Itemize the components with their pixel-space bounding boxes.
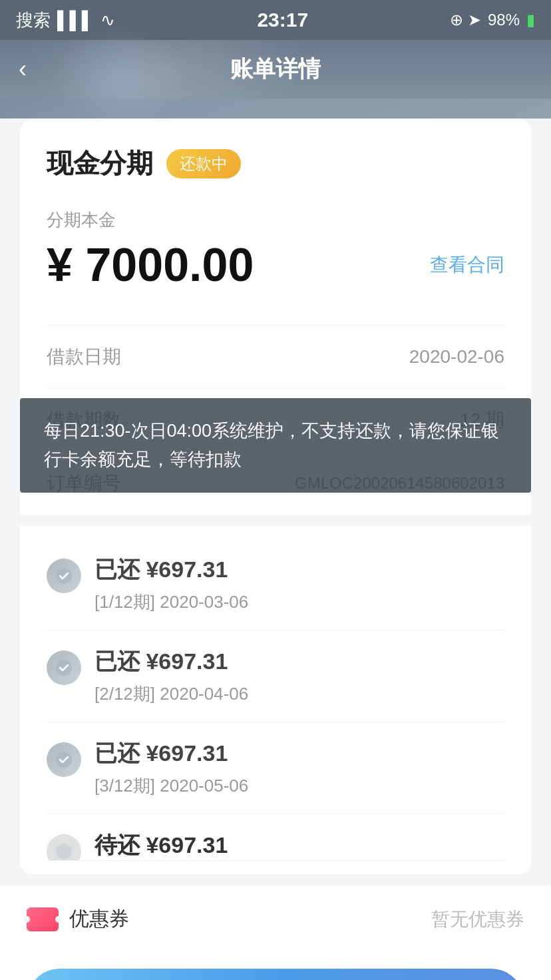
contract-link[interactable]: 查看合同 [430,252,504,278]
repayment-icon-4 [47,834,81,861]
location-icon: ⊕ ➤ [450,11,481,29]
repayment-item-4: 待还 ¥697.31 [47,814,504,861]
main-wrapper: 现金分期 还款中 分期本金 ¥ 7000.00 查看合同 借款日期 2020-0… [0,119,551,980]
repayment-icon-2 [47,650,81,685]
cta-container: 立即还款 [0,953,551,980]
coupon-bar[interactable]: 优惠券 暂无优惠券 [0,885,551,953]
loan-date-label: 借款日期 [47,344,121,369]
repayment-details-1: 已还 ¥697.31 [1/12期] 2020-03-06 [94,555,504,614]
product-type: 现金分期 [47,145,153,182]
maintenance-message: 每日21:30-次日04:00系统维护，不支持还款，请您保证银行卡余额充足，等待… [44,421,499,469]
status-badge: 还款中 [166,149,241,178]
card-header: 现金分期 还款中 [47,145,504,182]
battery-label: 98% [488,11,520,29]
repayment-icon-3 [47,742,81,777]
svg-point-1 [56,660,72,676]
repayment-date-3: [3/12期] 2020-05-06 [94,774,504,798]
info-row-loan-date: 借款日期 2020-02-06 [47,325,504,388]
repayment-details-4: 待还 ¥697.31 [94,830,504,861]
repayment-details-3: 已还 ¥697.31 [3/12期] 2020-05-06 [94,738,504,798]
svg-point-0 [56,568,72,584]
status-left: 搜索 ▌▌▌ ∿ [16,9,115,32]
repayment-item-1: 已还 ¥697.31 [1/12期] 2020-03-06 [47,539,504,630]
repayment-amount-2: 已还 ¥697.31 [94,646,504,677]
carrier-label: 搜索 [16,9,51,32]
wifi-icon: ∿ [100,10,115,31]
repayment-details-2: 已还 ¥697.31 [2/12期] 2020-04-06 [94,646,504,706]
repayment-section: 已还 ¥697.31 [1/12期] 2020-03-06 已还 ¥697.31… [47,525,504,874]
repayment-amount-4: 待还 ¥697.31 [94,830,504,861]
repayment-date-1: [1/12期] 2020-03-06 [94,591,504,614]
svg-point-2 [56,752,72,768]
repayment-item-2: 已还 ¥697.31 [2/12期] 2020-04-06 [47,630,504,722]
principal-label: 分期本金 [47,208,504,232]
principal-row: ¥ 7000.00 查看合同 [47,238,504,292]
repayment-amount-1: 已还 ¥697.31 [94,555,504,585]
loan-date-value: 2020-02-06 [409,346,504,368]
svg-point-3 [56,844,72,859]
main-card: 现金分期 还款中 分期本金 ¥ 7000.00 查看合同 借款日期 2020-0… [20,119,531,874]
repay-button[interactable]: 立即还款 [27,969,524,980]
page-title: 账单详情 [230,54,321,85]
repayment-item-3: 已还 ¥697.31 [3/12期] 2020-05-06 [47,722,504,814]
status-bar: 搜索 ▌▌▌ ∿ 23:17 ⊕ ➤ 98% ▮ [0,0,551,40]
section-divider [20,515,531,525]
repayment-date-2: [2/12期] 2020-04-06 [94,682,504,706]
signal-icon: ▌▌▌ [57,10,94,31]
repayment-amount-3: 已还 ¥697.31 [94,738,504,769]
battery-icon: ▮ [526,11,535,29]
coupon-left: 优惠券 [27,905,129,933]
coupon-value: 暂无优惠券 [431,907,524,932]
nav-bar: ‹ 账单详情 [0,40,551,99]
coupon-label: 优惠券 [69,905,129,933]
time-display: 23:17 [257,9,308,31]
back-button[interactable]: ‹ [19,55,27,83]
coupon-icon [27,907,59,931]
repayment-icon-1 [47,559,81,593]
header-section: 搜索 ▌▌▌ ∿ 23:17 ⊕ ➤ 98% ▮ ‹ 账单详情 [0,0,551,119]
principal-amount: ¥ 7000.00 [47,238,254,292]
status-right: ⊕ ➤ 98% ▮ [450,11,535,29]
maintenance-overlay: 每日21:30-次日04:00系统维护，不支持还款，请您保证银行卡余额充足，等待… [20,398,531,493]
